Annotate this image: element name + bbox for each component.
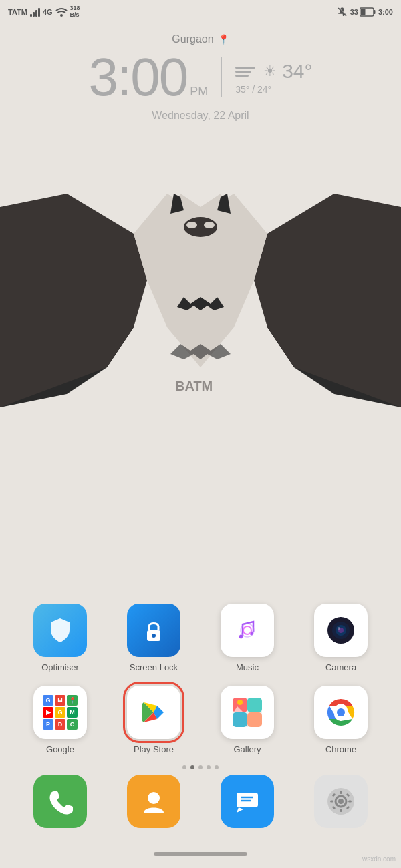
svg-point-10 — [152, 634, 156, 638]
dock-settings[interactable] — [304, 775, 378, 828]
svg-rect-3 — [374, 10, 376, 14]
google-icon[interactable]: G M 📍 ▶ G M P D C — [33, 686, 87, 739]
app-google[interactable]: G M 📍 ▶ G M P D C Google — [23, 686, 97, 754]
messages-icon[interactable] — [221, 775, 274, 828]
phone-svg — [46, 787, 74, 815]
optimiser-icon[interactable] — [33, 604, 87, 657]
location-pin-icon: 📍 — [218, 34, 229, 45]
dock-messages[interactable] — [211, 775, 284, 828]
camera-icon[interactable] — [314, 604, 368, 657]
status-right: 33 3:00 — [337, 7, 393, 17]
dock — [0, 775, 401, 828]
svg-point-6 — [186, 222, 197, 228]
music-svg — [231, 614, 264, 647]
optimiser-label: Optimiser — [41, 662, 79, 672]
screenlock-icon[interactable] — [127, 604, 180, 657]
battery-container: 33 — [350, 7, 376, 17]
svg-rect-25 — [247, 712, 262, 727]
camera-label: Camera — [325, 662, 356, 672]
app-playstore[interactable]: Play Store — [117, 686, 190, 754]
settings-svg — [327, 787, 355, 815]
app-optimiser[interactable]: Optimiser — [23, 604, 97, 672]
app-music[interactable]: Music — [211, 604, 284, 672]
svg-point-26 — [237, 700, 243, 705]
google-grid-icons: G M 📍 ▶ G M P D C — [43, 695, 78, 730]
wifi-icon — [55, 7, 68, 17]
temp-range: 35° / 24° — [235, 84, 271, 95]
google-label: Google — [46, 744, 74, 754]
app-gallery[interactable]: Gallery — [211, 686, 284, 754]
battery-percent: 33 — [350, 8, 358, 16]
contacts-svg — [140, 787, 168, 815]
time-display: 3:00 PM — [88, 51, 208, 104]
clock-text: 3:00 — [378, 8, 393, 16]
music-label: Music — [236, 662, 259, 672]
svg-point-36 — [338, 799, 344, 804]
lock-svg — [139, 616, 168, 645]
svg-rect-39 — [330, 801, 333, 803]
screenlock-label: Screen Lock — [130, 662, 178, 672]
playstore-svg — [138, 697, 169, 728]
sun-icon: ☀ — [263, 63, 277, 80]
svg-rect-4 — [360, 9, 365, 15]
time-value: 3:00 — [88, 51, 187, 104]
dot-2 — [190, 765, 194, 769]
settings-icon[interactable] — [314, 775, 368, 828]
page-dots — [0, 765, 401, 769]
date-display: Wednesday, 22 April — [152, 110, 249, 122]
phone-icon[interactable] — [33, 775, 87, 828]
messages-svg — [233, 787, 261, 815]
svg-rect-23 — [247, 698, 262, 712]
location-row: Gurgaon 📍 — [172, 33, 229, 45]
temperature: 34° — [282, 60, 312, 83]
app-screenlock[interactable]: Screen Lock — [117, 604, 190, 672]
signal-icon — [30, 7, 40, 17]
weather-top: ☀ 34° — [235, 60, 312, 83]
camera-svg — [324, 614, 358, 647]
clock-widget: Gurgaon 📍 3:00 PM ☀ 34° 35° / 24° Wednes… — [0, 33, 401, 122]
carrier-text: TATM — [8, 8, 27, 16]
status-left: TATM 4G 318 B/s — [8, 5, 80, 19]
chrome-label: Chrome — [325, 744, 356, 754]
time-weather-divider — [221, 57, 222, 97]
svg-point-29 — [337, 708, 345, 716]
app-chrome[interactable]: Chrome — [304, 686, 378, 754]
battery-icon — [360, 7, 376, 17]
mute-icon — [337, 7, 348, 17]
gallery-svg — [231, 696, 264, 729]
shield-svg — [45, 616, 75, 645]
location-name: Gurgaon — [172, 33, 213, 45]
dot-3 — [198, 765, 203, 769]
app-camera[interactable]: Camera — [304, 604, 378, 672]
time-period: PM — [190, 85, 208, 99]
chrome-icon[interactable] — [314, 686, 368, 739]
app-row-2: G M 📍 ▶ G M P D C Google — [0, 686, 401, 754]
dot-5 — [215, 765, 219, 769]
gallery-icon[interactable] — [221, 686, 274, 739]
dock-contacts[interactable] — [117, 775, 190, 828]
chrome-svg — [324, 696, 358, 729]
app-grid: Optimiser Screen Lock — [0, 604, 401, 768]
home-indicator[interactable] — [154, 852, 247, 856]
svg-point-11 — [231, 614, 263, 646]
haze-icon — [235, 67, 255, 77]
music-icon[interactable] — [221, 604, 274, 657]
playstore-icon[interactable] — [127, 686, 180, 739]
svg-point-19 — [338, 627, 340, 630]
weather-section: ☀ 34° 35° / 24° — [235, 60, 312, 95]
svg-rect-40 — [348, 801, 352, 803]
dock-phone[interactable] — [23, 775, 97, 828]
watermark: wsxdn.com — [362, 855, 396, 863]
svg-rect-38 — [340, 809, 342, 812]
speed-display: 318 B/s — [70, 5, 80, 19]
network-type: 4G — [43, 8, 53, 16]
contacts-icon[interactable] — [127, 775, 180, 828]
svg-point-30 — [148, 792, 160, 804]
svg-rect-37 — [340, 791, 342, 794]
dot-1 — [182, 765, 186, 769]
svg-point-0 — [60, 14, 63, 17]
time-weather-row: 3:00 PM ☀ 34° 35° / 24° — [88, 51, 312, 104]
playstore-label: Play Store — [134, 744, 174, 754]
gallery-label: Gallery — [233, 744, 261, 754]
batman-background: BATM — [0, 194, 401, 447]
